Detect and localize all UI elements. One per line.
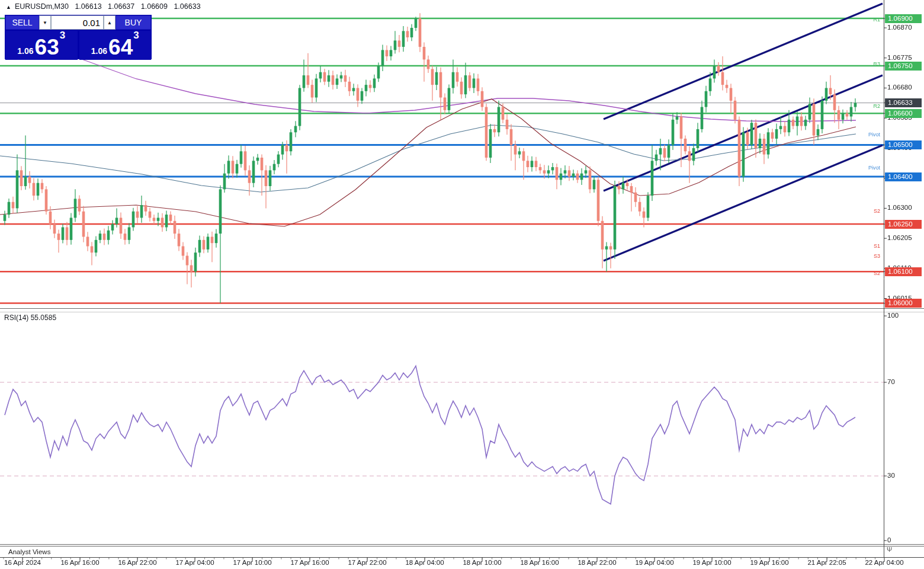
pivot-level-label: S2: [833, 270, 880, 276]
ohlc-open: 1.06613: [75, 2, 101, 11]
ask-pipette: 3: [133, 30, 139, 41]
pivot-level-label: Pivot: [833, 165, 880, 171]
bid-big-digits: 63: [35, 37, 59, 58]
bid-price-display[interactable]: 1.06 63 3: [5, 31, 78, 60]
time-axis-label: 21 Apr 22:05: [798, 559, 855, 566]
time-axis-label: 18 Apr 10:00: [454, 559, 511, 566]
price-level-badge: 1.06100: [885, 267, 922, 276]
price-tick-label: 1.06300: [887, 204, 912, 211]
price-tick-label: 1.06205: [887, 234, 912, 241]
time-axis-label: 16 Apr 22:00: [109, 559, 166, 566]
pivot-level-label: S1: [833, 243, 880, 249]
volume-decrease-button[interactable]: ▼: [39, 15, 51, 30]
symbol-arrow-icon: ▲: [6, 4, 11, 10]
price-tick-label: 1.06775: [887, 54, 912, 61]
volume-increase-button[interactable]: ▲: [104, 15, 116, 30]
ask-big-digits: 64: [108, 37, 133, 58]
symbol-name: EURUSDm,M30: [15, 2, 69, 11]
ohlc-high: 1.06637: [108, 2, 134, 11]
price-tick-label: 1.06680: [887, 84, 912, 91]
price-level-badge: 1.06900: [885, 14, 922, 23]
time-axis-label: 16 Apr 2024: [0, 559, 51, 566]
symbol-ohlc-header: ▲EURUSDm,M30 1.06613 1.06637 1.06609 1.0…: [6, 2, 205, 11]
axis-corner-icon: Ψ: [887, 546, 892, 553]
buy-button[interactable]: BUY: [116, 15, 151, 30]
volume-input[interactable]: 0.01: [51, 15, 104, 30]
time-axis-label: 19 Apr 16:00: [741, 559, 798, 566]
time-axis-label: 17 Apr 16:00: [281, 559, 338, 566]
trading-terminal: ▲EURUSDm,M30 1.06613 1.06637 1.06609 1.0…: [0, 0, 924, 569]
pivot-level-label: S2: [833, 208, 880, 214]
time-axis-label: 18 Apr 16:00: [511, 559, 568, 566]
price-level-badge: 1.06000: [885, 299, 922, 308]
time-axis-label: 22 Apr 04:00: [856, 559, 913, 566]
rsi-scale-label: 30: [887, 472, 895, 479]
price-level-badge: 1.06750: [885, 62, 922, 71]
rsi-indicator-label: RSI(14) 55.0585: [4, 314, 56, 322]
time-axis-label: 16 Apr 16:00: [52, 559, 108, 566]
pivot-level-label: Pivot: [833, 132, 880, 138]
rsi-scale-label: 70: [887, 378, 895, 385]
time-axis-label: 18 Apr 04:00: [396, 559, 453, 566]
pivot-level-label: S3: [833, 253, 880, 259]
ask-prefix: 1.06: [91, 46, 107, 56]
chevron-down-icon: ▼: [43, 20, 47, 25]
price-level-badge: 1.06250: [885, 220, 922, 229]
chevron-up-icon: ▲: [107, 20, 112, 25]
bid-pipette: 3: [60, 30, 65, 41]
ask-price-display[interactable]: 1.06 64 3: [79, 31, 152, 60]
rsi-scale-label: 0: [887, 536, 891, 544]
time-axis-label: 17 Apr 22:00: [339, 559, 396, 566]
bid-prefix: 1.06: [17, 46, 33, 56]
sell-button[interactable]: SELL: [5, 15, 39, 30]
price-chart-canvas[interactable]: [0, 0, 924, 569]
pivot-level-label: R3: [833, 61, 880, 67]
rsi-scale-label: 100: [887, 312, 899, 319]
time-axis-label: 19 Apr 10:00: [684, 559, 740, 566]
ohlc-close: 1.06633: [174, 2, 200, 11]
price-tick-label: 1.06870: [887, 24, 912, 31]
ohlc-low: 1.06609: [141, 2, 168, 11]
time-axis-label: 19 Apr 04:00: [626, 559, 683, 566]
time-axis-label: 18 Apr 22:00: [569, 559, 625, 566]
pivot-level-label: R1: [833, 17, 880, 23]
time-axis-label: 17 Apr 10:00: [224, 559, 281, 566]
last-price-badge: 1.06633: [885, 98, 922, 107]
price-level-badge: 1.06400: [885, 172, 922, 181]
price-level-badge: 1.06500: [885, 140, 922, 149]
price-level-badge: 1.06600: [885, 109, 922, 118]
one-click-trade-panel: SELL ▼ 0.01 ▲ BUY 1.06 63 3 1.06 64 3: [5, 15, 152, 59]
analyst-views-panel-header[interactable]: Analyst Views: [8, 548, 50, 555]
time-axis-label: 17 Apr 04:00: [166, 559, 223, 566]
pivot-level-label: R2: [833, 103, 880, 109]
